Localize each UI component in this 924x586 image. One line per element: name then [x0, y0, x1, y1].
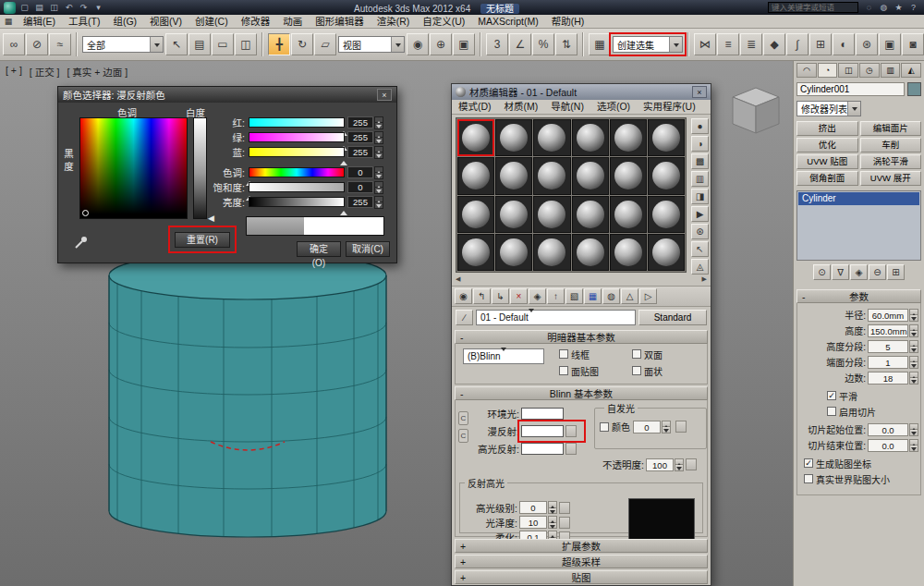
snap-toggle-3d-icon[interactable]: 3 [486, 33, 508, 55]
material-sample-slot[interactable] [572, 119, 609, 156]
eyedropper-icon[interactable] [73, 234, 90, 250]
curve-editor-icon[interactable]: ∫ [786, 33, 808, 55]
color-slider-bar[interactable] [249, 197, 345, 207]
tab-modify[interactable]: ◔ [818, 63, 838, 78]
make-unique-icon[interactable]: ◈ [850, 264, 868, 280]
material-type-button[interactable]: Standard [638, 310, 707, 325]
spinner[interactable] [374, 181, 383, 194]
lock-ambient-diffuse-icon[interactable] [458, 411, 468, 425]
unlink-selection-icon[interactable]: ⊘ [26, 33, 48, 55]
show-end-result-icon[interactable]: ◍ [602, 288, 620, 304]
material-sample-slot[interactable] [648, 119, 685, 156]
modifier-button[interactable]: 倒角剖面 [796, 171, 858, 186]
color-slider-bar[interactable] [249, 132, 345, 142]
color-value-field[interactable]: 255 [347, 116, 373, 128]
material-sample-slot[interactable] [572, 234, 609, 271]
checkbox[interactable]: 线框 [559, 348, 632, 360]
rollout-header[interactable]: Blinn 基本参数 [455, 386, 708, 400]
color-slider-bar[interactable] [249, 147, 345, 157]
layer-manager-icon[interactable]: ≣ [740, 33, 762, 55]
modifier-button[interactable]: UVW 展开 [860, 171, 922, 186]
material-sample-slot[interactable] [457, 234, 494, 271]
options-icon[interactable]: ⊛ [691, 224, 709, 239]
selection-filter-dropdown[interactable]: 全部 [82, 36, 164, 53]
material-sample-slot[interactable] [572, 196, 609, 233]
material-sample-slot[interactable] [533, 119, 570, 156]
material-sample-slot[interactable] [648, 234, 685, 271]
viewport-pov-menu[interactable]: [ 正交 ] [30, 65, 60, 79]
menu-item[interactable]: 实用程序(U) [637, 100, 702, 114]
material-sample-slot[interactable] [495, 157, 532, 194]
tab-hierarchy[interactable]: ◫ [838, 63, 858, 78]
viewport-general-menu[interactable]: [ + ] [6, 65, 22, 79]
search-input[interactable] [769, 3, 857, 12]
color-value-field[interactable]: 0 [347, 181, 373, 193]
modifier-button[interactable]: 车削 [860, 138, 922, 153]
menu-item[interactable]: MAXScript(M) [471, 15, 544, 29]
object-name-field[interactable] [796, 82, 905, 96]
select-by-material-icon[interactable]: ↖ [691, 241, 709, 257]
color-value-field[interactable]: 255 [347, 131, 373, 143]
material-map-navigator-icon[interactable]: ◬ [691, 259, 709, 275]
color-slider-bar[interactable] [249, 182, 345, 192]
modifier-button[interactable]: 优化 [796, 138, 858, 153]
menu-item[interactable]: 动画 [276, 15, 309, 29]
material-sample-slot[interactable] [533, 157, 570, 194]
spinner[interactable] [374, 131, 383, 144]
diffuse-map-button[interactable] [565, 425, 577, 437]
pin-stack-icon[interactable]: ⊙ [813, 264, 831, 280]
schematic-view-icon[interactable]: ⊞ [809, 33, 832, 55]
material-sample-slot[interactable] [495, 196, 532, 233]
render-production-icon[interactable]: ◙ [902, 33, 924, 55]
spinner[interactable] [675, 458, 684, 471]
show-end-result-icon[interactable]: ∇ [832, 264, 849, 280]
spinner[interactable] [909, 356, 918, 369]
tab-utilities[interactable]: ◭ [901, 63, 921, 78]
save-file-icon[interactable]: ◫ [47, 2, 61, 14]
spinner[interactable] [909, 372, 918, 385]
video-color-check-icon[interactable]: ◨ [691, 189, 709, 204]
named-selection-sets-dropdown[interactable]: 创建选集 [613, 36, 683, 53]
selfillum-value[interactable]: 0 [633, 420, 671, 433]
checkbox[interactable]: 面贴图 [559, 364, 632, 377]
whiteness-marker-icon[interactable]: ◀ [208, 214, 214, 223]
modifier-button[interactable]: 编辑面片 [860, 121, 922, 136]
keyboard-shortcut-override-icon[interactable]: ▣ [453, 33, 475, 55]
help-icon[interactable]: ? [906, 2, 920, 14]
remove-modifier-icon[interactable]: ⊖ [869, 264, 886, 280]
parameter-value[interactable]: 10 [519, 516, 557, 530]
redo-icon[interactable]: ↷ [77, 2, 91, 14]
select-and-manipulate-icon[interactable]: ⊕ [430, 33, 452, 55]
material-sample-slot[interactable] [648, 157, 685, 194]
stack-item-cylinder[interactable]: Cylinder [798, 192, 919, 205]
reset-map-icon[interactable]: × [510, 288, 528, 304]
project-menu-icon[interactable]: ▾ [91, 2, 105, 14]
scroll-left-icon[interactable]: ◀ [456, 275, 460, 284]
material-sample-slot[interactable] [533, 234, 570, 271]
parameter-value[interactable]: 0 [519, 501, 557, 515]
modifier-button[interactable]: 挤出 [796, 121, 858, 136]
specular-map-button[interactable] [565, 443, 577, 455]
rendered-frame-window-icon[interactable]: ▣ [879, 33, 901, 55]
menu-item[interactable]: 模式(D) [452, 100, 498, 114]
material-sample-slot[interactable] [457, 196, 494, 233]
bind-to-space-warp-icon[interactable]: ≈ [49, 33, 71, 55]
spinner[interactable] [548, 501, 557, 514]
put-to-library-icon[interactable]: ↑ [547, 288, 565, 304]
material-sample-slot[interactable] [610, 196, 647, 233]
material-sample-slot[interactable] [572, 157, 609, 194]
viewcube[interactable] [726, 85, 785, 139]
workspace-selector-icon[interactable]: ▦ [0, 17, 17, 26]
parameter-value[interactable]: 150.0mm [868, 324, 918, 337]
object-color-swatch[interactable] [907, 82, 921, 96]
spinner[interactable] [374, 196, 383, 209]
make-preview-icon[interactable]: ▶ [691, 206, 709, 222]
close-icon[interactable]: × [692, 86, 707, 98]
modifier-button[interactable]: UVW 贴图 [796, 154, 858, 169]
opacity-map-button[interactable] [686, 458, 697, 470]
material-editor-icon[interactable]: ◐ [833, 33, 855, 55]
material-sample-slot[interactable] [648, 196, 685, 233]
menu-item[interactable]: 创建(C) [188, 15, 235, 29]
menu-item[interactable]: 组(G) [106, 15, 143, 29]
checkbox[interactable]: 双面 [632, 348, 705, 360]
